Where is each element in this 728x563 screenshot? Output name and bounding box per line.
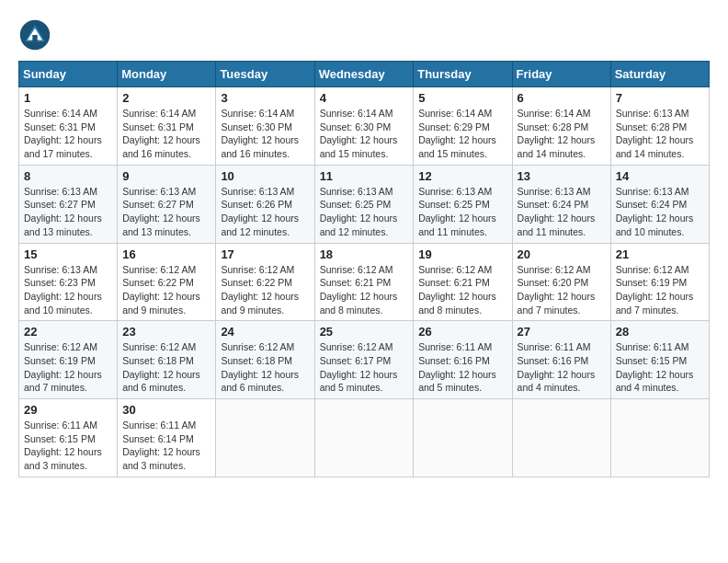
calendar-cell: 8 Sunrise: 6:13 AMSunset: 6:27 PMDayligh… (19, 165, 118, 243)
day-detail: Sunrise: 6:14 AMSunset: 6:30 PMDaylight:… (320, 108, 398, 159)
day-detail: Sunrise: 6:11 AMSunset: 6:16 PMDaylight:… (418, 341, 496, 393)
day-number: 15 (24, 247, 112, 261)
calendar-cell: 3 Sunrise: 6:14 AMSunset: 6:30 PMDayligh… (216, 87, 314, 166)
column-header-friday: Friday (512, 62, 610, 87)
day-number: 13 (518, 169, 606, 183)
calendar-week-row: 29 Sunrise: 6:11 AMSunset: 6:15 PMDaylig… (19, 399, 710, 477)
calendar-cell: 1 Sunrise: 6:14 AMSunset: 6:31 PMDayligh… (19, 87, 118, 166)
column-header-wednesday: Wednesday (314, 62, 414, 87)
calendar-week-row: 8 Sunrise: 6:13 AMSunset: 6:27 PMDayligh… (19, 165, 710, 243)
day-number: 3 (221, 91, 309, 105)
day-detail: Sunrise: 6:12 AMSunset: 6:21 PMDaylight:… (320, 264, 398, 316)
calendar-cell: 10 Sunrise: 6:13 AMSunset: 6:26 PMDaylig… (216, 165, 314, 243)
day-detail: Sunrise: 6:11 AMSunset: 6:16 PMDaylight:… (518, 341, 596, 393)
calendar-cell: 29 Sunrise: 6:11 AMSunset: 6:15 PMDaylig… (19, 399, 118, 477)
calendar-table: SundayMondayTuesdayWednesdayThursdayFrid… (18, 61, 710, 477)
day-number: 14 (616, 169, 704, 183)
calendar-cell (610, 399, 709, 477)
day-number: 23 (122, 325, 210, 339)
calendar-cell: 2 Sunrise: 6:14 AMSunset: 6:31 PMDayligh… (118, 87, 216, 166)
day-number: 11 (320, 169, 409, 183)
svg-rect-1 (32, 35, 37, 41)
calendar-header-row: SundayMondayTuesdayWednesdayThursdayFrid… (19, 62, 710, 87)
calendar-cell: 6 Sunrise: 6:14 AMSunset: 6:28 PMDayligh… (512, 87, 610, 166)
calendar-cell: 21 Sunrise: 6:12 AMSunset: 6:19 PMDaylig… (610, 243, 709, 321)
day-number: 17 (221, 247, 309, 261)
day-detail: Sunrise: 6:14 AMSunset: 6:31 PMDaylight:… (24, 108, 102, 159)
day-detail: Sunrise: 6:12 AMSunset: 6:20 PMDaylight:… (518, 264, 596, 316)
day-detail: Sunrise: 6:12 AMSunset: 6:19 PMDaylight:… (616, 264, 694, 316)
day-detail: Sunrise: 6:13 AMSunset: 6:23 PMDaylight:… (24, 264, 102, 316)
day-detail: Sunrise: 6:11 AMSunset: 6:15 PMDaylight:… (616, 341, 694, 393)
day-detail: Sunrise: 6:11 AMSunset: 6:15 PMDaylight:… (24, 419, 102, 471)
calendar-cell: 25 Sunrise: 6:12 AMSunset: 6:17 PMDaylig… (314, 321, 414, 399)
day-detail: Sunrise: 6:13 AMSunset: 6:25 PMDaylight:… (418, 186, 496, 237)
calendar-cell (216, 399, 314, 477)
calendar-cell: 17 Sunrise: 6:12 AMSunset: 6:22 PMDaylig… (216, 243, 314, 321)
calendar-cell (314, 399, 414, 477)
day-number: 8 (24, 169, 112, 183)
day-number: 28 (616, 325, 704, 339)
calendar-cell (512, 399, 610, 477)
day-detail: Sunrise: 6:12 AMSunset: 6:18 PMDaylight:… (221, 341, 299, 393)
calendar-week-row: 22 Sunrise: 6:12 AMSunset: 6:19 PMDaylig… (19, 321, 710, 399)
day-detail: Sunrise: 6:13 AMSunset: 6:28 PMDaylight:… (616, 108, 694, 159)
calendar-cell: 16 Sunrise: 6:12 AMSunset: 6:22 PMDaylig… (118, 243, 216, 321)
day-detail: Sunrise: 6:14 AMSunset: 6:29 PMDaylight:… (418, 108, 496, 159)
calendar-cell: 15 Sunrise: 6:13 AMSunset: 6:23 PMDaylig… (19, 243, 118, 321)
day-number: 25 (320, 325, 409, 339)
calendar-cell (414, 399, 512, 477)
calendar-cell: 22 Sunrise: 6:12 AMSunset: 6:19 PMDaylig… (19, 321, 118, 399)
day-number: 9 (122, 169, 210, 183)
day-number: 19 (418, 247, 506, 261)
day-number: 6 (518, 91, 606, 105)
day-number: 1 (24, 91, 112, 105)
day-detail: Sunrise: 6:13 AMSunset: 6:27 PMDaylight:… (24, 186, 102, 237)
calendar-cell: 5 Sunrise: 6:14 AMSunset: 6:29 PMDayligh… (414, 87, 512, 166)
day-detail: Sunrise: 6:14 AMSunset: 6:30 PMDaylight:… (221, 108, 299, 159)
day-number: 24 (221, 325, 309, 339)
calendar-cell: 9 Sunrise: 6:13 AMSunset: 6:27 PMDayligh… (118, 165, 216, 243)
calendar-cell: 11 Sunrise: 6:13 AMSunset: 6:25 PMDaylig… (314, 165, 414, 243)
column-header-saturday: Saturday (610, 62, 709, 87)
calendar-cell: 27 Sunrise: 6:11 AMSunset: 6:16 PMDaylig… (512, 321, 610, 399)
day-number: 18 (320, 247, 409, 261)
day-detail: Sunrise: 6:12 AMSunset: 6:21 PMDaylight:… (418, 264, 496, 316)
day-number: 16 (122, 247, 210, 261)
column-header-tuesday: Tuesday (216, 62, 314, 87)
calendar-cell: 14 Sunrise: 6:13 AMSunset: 6:24 PMDaylig… (610, 165, 709, 243)
day-number: 4 (320, 91, 409, 105)
day-detail: Sunrise: 6:11 AMSunset: 6:14 PMDaylight:… (122, 419, 200, 471)
day-number: 12 (418, 169, 506, 183)
day-number: 29 (24, 403, 112, 417)
day-number: 27 (518, 325, 606, 339)
column-header-monday: Monday (118, 62, 216, 87)
logo (18, 18, 53, 52)
calendar-cell: 12 Sunrise: 6:13 AMSunset: 6:25 PMDaylig… (414, 165, 512, 243)
calendar-cell: 7 Sunrise: 6:13 AMSunset: 6:28 PMDayligh… (610, 87, 709, 166)
day-number: 5 (418, 91, 506, 105)
day-detail: Sunrise: 6:12 AMSunset: 6:17 PMDaylight:… (320, 341, 398, 393)
day-number: 2 (122, 91, 210, 105)
calendar-cell: 13 Sunrise: 6:13 AMSunset: 6:24 PMDaylig… (512, 165, 610, 243)
calendar-cell: 30 Sunrise: 6:11 AMSunset: 6:14 PMDaylig… (118, 399, 216, 477)
calendar-week-row: 15 Sunrise: 6:13 AMSunset: 6:23 PMDaylig… (19, 243, 710, 321)
day-detail: Sunrise: 6:14 AMSunset: 6:31 PMDaylight:… (122, 108, 200, 159)
day-number: 26 (418, 325, 506, 339)
calendar-week-row: 1 Sunrise: 6:14 AMSunset: 6:31 PMDayligh… (19, 87, 710, 166)
day-number: 21 (616, 247, 704, 261)
calendar-cell: 19 Sunrise: 6:12 AMSunset: 6:21 PMDaylig… (414, 243, 512, 321)
day-number: 22 (24, 325, 112, 339)
day-number: 7 (616, 91, 704, 105)
day-detail: Sunrise: 6:13 AMSunset: 6:25 PMDaylight:… (320, 186, 398, 237)
day-detail: Sunrise: 6:12 AMSunset: 6:22 PMDaylight:… (122, 264, 200, 316)
column-header-thursday: Thursday (414, 62, 512, 87)
day-detail: Sunrise: 6:12 AMSunset: 6:22 PMDaylight:… (221, 264, 299, 316)
day-detail: Sunrise: 6:13 AMSunset: 6:24 PMDaylight:… (616, 186, 694, 237)
day-number: 20 (518, 247, 606, 261)
day-number: 30 (122, 403, 210, 417)
day-detail: Sunrise: 6:14 AMSunset: 6:28 PMDaylight:… (518, 108, 596, 159)
page-header (18, 18, 710, 52)
calendar-cell: 28 Sunrise: 6:11 AMSunset: 6:15 PMDaylig… (610, 321, 709, 399)
day-detail: Sunrise: 6:12 AMSunset: 6:18 PMDaylight:… (122, 341, 200, 393)
